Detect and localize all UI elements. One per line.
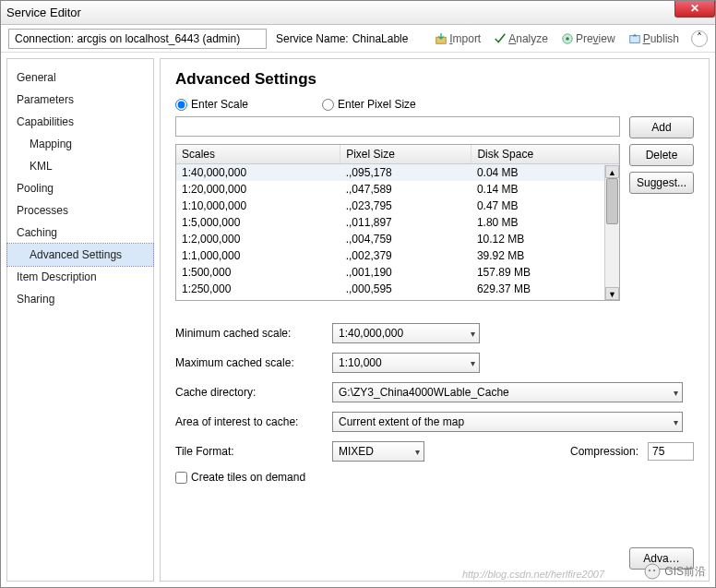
table-row[interactable]: 1:250,000.,000,595629.37 MB [176,281,619,297]
col-disk[interactable]: Disk Space [471,145,619,164]
table-row[interactable]: 1:20,000,000.,047,5890.14 MB [176,181,619,198]
close-button[interactable]: ✕ [674,1,715,18]
page-title: Advanced Settings [175,70,694,89]
delete-button[interactable]: Delete [629,144,694,166]
sidebar-item-caching[interactable]: Caching [7,222,153,244]
toolbar: Service Name: ChinaLable IImportmport An… [1,25,715,53]
tile-format-select[interactable]: MIXED [332,441,424,462]
service-name-label: Service Name: [276,32,349,45]
watermark-url: http://blog.csdn.net/herlfire2007 [462,569,604,580]
preview-button[interactable]: Preview [556,30,620,47]
import-button[interactable]: IImportmport [430,30,485,47]
svg-point-4 [645,564,660,579]
sidebar-item-processes[interactable]: Processes [7,199,153,222]
col-pixel[interactable]: Pixel Size [340,145,471,164]
scroll-thumb[interactable] [606,178,618,224]
enter-scale-option[interactable]: Enter Scale [175,98,248,111]
collapse-toggle[interactable]: ˄ [691,30,708,47]
connection-field[interactable] [8,29,267,49]
svg-rect-3 [629,35,639,42]
tile-format-label: Tile Format: [175,445,332,458]
add-button[interactable]: Add [629,116,694,138]
cache-dir-select[interactable]: G:\ZY3_China4000WLable_Cache [332,382,683,402]
content-panel: Advanced Settings Enter Scale Enter Pixe… [160,58,710,582]
create-tiles-label: Create tiles on demand [191,471,305,484]
min-scale-label: Minimum cached scale: [175,327,332,340]
enter-scale-radio[interactable] [175,99,187,111]
table-row[interactable]: 1:40,000,000.,095,1780.04 MB [176,164,619,182]
import-icon [435,32,448,45]
scales-table[interactable]: Scales Pixel Size Disk Space 1:40,000,00… [175,144,620,301]
window-title: Service Editor [6,6,81,19]
aoi-select[interactable]: Current extent of the map [332,412,683,432]
max-scale-select[interactable]: 1:10,000 [332,353,480,373]
service-name-value: ChinaLable [352,32,409,45]
svg-point-6 [653,570,655,571]
sidebar-item-mapping[interactable]: Mapping [7,133,153,155]
table-row[interactable]: 1:10,000,000.,023,7950.47 MB [176,198,619,214]
compression-label: Compression: [570,445,638,458]
wechat-icon [644,563,661,580]
sidebar-item-pooling[interactable]: Pooling [7,177,153,199]
sidebar-item-parameters[interactable]: Parameters [7,89,153,111]
analyze-button[interactable]: Analyze [489,30,553,47]
scrollbar[interactable]: ▲ ▼ [604,165,619,300]
create-tiles-checkbox[interactable] [175,472,187,484]
sidebar-item-sharing[interactable]: Sharing [7,288,153,310]
enter-pixel-option[interactable]: Enter Pixel Size [322,98,416,111]
max-scale-label: Maximum cached scale: [175,356,332,369]
table-row[interactable]: 1:5,000,000.,011,8971.80 MB [176,214,619,231]
sidebar: General Parameters Capabilities Mapping … [6,58,154,582]
compression-input[interactable] [648,442,694,461]
table-row[interactable]: 1:500,000.,001,190157.89 MB [176,264,619,281]
sidebar-item-kml[interactable]: KML [7,155,153,177]
sidebar-item-advanced-settings[interactable]: Advanced Settings [7,244,153,266]
col-scales[interactable]: Scales [176,145,340,164]
publish-button[interactable]: Publish [624,30,684,47]
publish-icon [628,32,641,45]
enter-pixel-radio[interactable] [322,99,334,111]
svg-point-5 [649,570,650,571]
sidebar-item-capabilities[interactable]: Capabilities [7,111,153,133]
sidebar-item-item-description[interactable]: Item Description [7,266,153,288]
scroll-down[interactable]: ▼ [605,287,619,300]
scroll-up[interactable]: ▲ [605,165,619,178]
check-icon [494,32,507,45]
watermark-brand: GIS前沿 [644,563,706,580]
cache-dir-label: Cache directory: [175,386,332,399]
svg-point-2 [566,37,569,41]
suggest-button[interactable]: Suggest... [629,172,694,194]
preview-icon [561,32,574,45]
table-row[interactable]: 1:100,000.,000,2383.82 GB [176,297,619,301]
table-row[interactable]: 1:2,000,000.,004,75910.12 MB [176,231,619,247]
titlebar: Service Editor ✕ [1,1,715,25]
table-row[interactable]: 1:1,000,000.,002,37939.92 MB [176,247,619,264]
min-scale-select[interactable]: 1:40,000,000 [332,323,480,343]
aoi-label: Area of interest to cache: [175,415,332,428]
sidebar-item-general[interactable]: General [7,66,153,89]
scale-input[interactable] [175,116,620,137]
